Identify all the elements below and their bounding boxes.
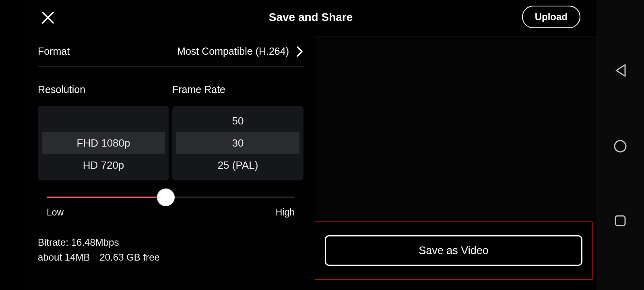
slider-thumb[interactable]: [157, 188, 175, 206]
settings-panel: Format Most Compatible (H.264) Resolutio…: [38, 42, 303, 265]
close-icon: [41, 11, 55, 25]
header: Save and Share Upload: [25, 0, 597, 35]
save-highlight-box: Save as Video: [315, 222, 592, 280]
export-info: Bitrate: 16.48Mbps about 14MB20.63 GB fr…: [38, 235, 303, 265]
framerate-option[interactable]: 50: [176, 110, 299, 132]
chevron-right-icon: [296, 46, 303, 57]
resolution-label: Resolution: [38, 84, 169, 95]
app-content: Save and Share Upload Format Most Compat…: [25, 0, 597, 290]
resolution-column: Resolution FHD 1080p HD 720p: [38, 84, 169, 180]
right-panel: Save as Video: [315, 36, 597, 278]
format-value: Most Compatible (H.264): [177, 46, 289, 57]
format-row[interactable]: Format Most Compatible (H.264): [38, 42, 303, 67]
resolution-picker[interactable]: FHD 1080p HD 720p: [38, 106, 169, 180]
framerate-label: Frame Rate: [172, 84, 303, 95]
slider-fill: [47, 197, 166, 198]
save-as-video-button[interactable]: Save as Video: [325, 235, 582, 266]
close-button[interactable]: [39, 9, 57, 27]
resolution-option[interactable]: [42, 110, 165, 132]
upload-button[interactable]: Upload: [522, 6, 580, 28]
slider-high-label: High: [276, 207, 295, 218]
framerate-picker[interactable]: 50 30 25 (PAL): [172, 106, 303, 180]
size-text: about 14MB: [38, 252, 90, 263]
free-space-text: 20.63 GB free: [99, 252, 159, 263]
framerate-column: Frame Rate 50 30 25 (PAL): [172, 84, 303, 180]
bitrate-slider[interactable]: Low High: [38, 197, 303, 218]
resolution-option[interactable]: HD 720p: [42, 154, 165, 176]
svg-rect-1: [615, 216, 625, 226]
format-label: Format: [38, 46, 70, 57]
system-nav-bar: [597, 0, 644, 290]
left-gutter: [0, 0, 25, 290]
bitrate-text: Bitrate: 16.48Mbps: [38, 235, 303, 250]
svg-point-0: [615, 141, 626, 152]
square-icon: [614, 215, 626, 227]
slider-low-label: Low: [47, 207, 64, 218]
slider-track: [47, 197, 295, 198]
framerate-option-selected[interactable]: 30: [176, 132, 299, 154]
video-preview: [315, 36, 597, 218]
nav-recent-button[interactable]: [614, 215, 626, 227]
circle-icon: [613, 139, 627, 153]
nav-home-button[interactable]: [613, 139, 627, 153]
back-icon: [614, 63, 627, 78]
page-title: Save and Share: [25, 11, 597, 24]
framerate-option[interactable]: 25 (PAL): [176, 154, 299, 176]
nav-back-button[interactable]: [614, 63, 627, 78]
resolution-option-selected[interactable]: FHD 1080p: [42, 132, 165, 154]
